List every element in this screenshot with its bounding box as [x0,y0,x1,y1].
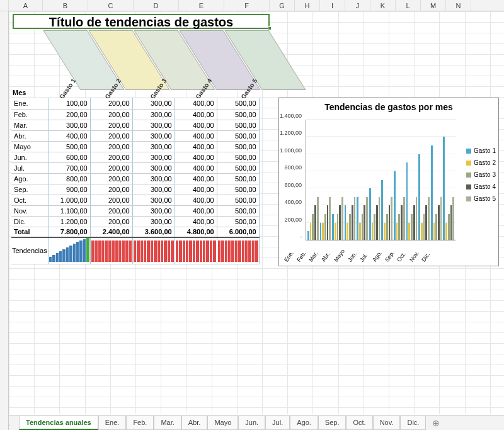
column-header-K[interactable]: K [370,0,396,11]
value-cell[interactable]: 400,00 [175,141,217,152]
month-cell[interactable]: Abr. [11,130,48,141]
value-cell[interactable]: 400,00 [175,120,217,130]
value-cell[interactable]: 200,00 [48,109,90,120]
column-header-E[interactable]: E [179,0,224,11]
value-cell[interactable]: 400,00 [175,184,217,195]
column-header-C[interactable]: C [88,0,134,11]
value-cell[interactable]: 300,00 [132,109,175,120]
value-cell[interactable]: 300,00 [132,216,175,227]
value-cell[interactable]: 800,00 [48,173,90,184]
value-cell[interactable]: 300,00 [132,195,175,205]
month-cell[interactable]: Feb. [11,109,48,120]
value-cell[interactable]: 200,00 [90,98,132,109]
table-row[interactable]: Ene.100,00200,00300,00400,00500,00 [11,98,259,109]
value-cell[interactable]: 200,00 [90,216,132,227]
value-cell[interactable]: 500,00 [217,205,259,216]
column-header-M[interactable]: M [421,0,446,11]
value-cell[interactable]: 500,00 [217,152,259,162]
value-cell[interactable]: 300,00 [132,130,175,141]
expense-data-table[interactable]: Ene.100,00200,00300,00400,00500,00Feb.20… [11,98,260,264]
table-row[interactable]: Ago.800,00200,00300,00400,00500,00 [11,173,259,184]
value-cell[interactable]: 500,00 [217,184,259,195]
column-header-B[interactable]: B [43,0,88,11]
column-header-F[interactable]: F [224,0,270,11]
value-cell[interactable]: 500,00 [217,141,259,152]
value-cell[interactable]: 200,00 [90,130,132,141]
value-cell[interactable]: 300,00 [132,162,175,173]
sheet-tab[interactable]: Mar. [154,416,181,430]
value-cell[interactable]: 200,00 [90,141,132,152]
value-cell[interactable]: 500,00 [217,109,259,120]
value-cell[interactable]: 300,00 [132,141,175,152]
sheet-tab[interactable]: Jul. [265,416,290,430]
table-row[interactable]: Dic.1.200,00200,00300,00400,00500,00 [11,216,259,227]
add-sheet-button[interactable]: ⊕ [426,417,446,429]
sheet-tab[interactable]: Ene. [98,416,127,430]
month-cell[interactable]: Jul. [11,162,48,173]
sheet-tab[interactable]: Abr. [181,416,208,430]
value-cell[interactable]: 300,00 [132,98,175,109]
value-cell[interactable]: 500,00 [217,98,259,109]
sheet-tab[interactable]: Nov. [373,416,401,430]
sheet-tab[interactable]: Ago. [290,416,318,430]
table-row[interactable]: Nov.1.100,00200,00300,00400,00500,00 [11,205,259,216]
column-header-I[interactable]: I [320,0,345,11]
value-cell[interactable]: 200,00 [90,162,132,173]
value-cell[interactable]: 1.200,00 [48,216,90,227]
table-row[interactable]: Jul.700,00200,00300,00400,00500,00 [11,162,259,173]
value-cell[interactable]: 300,00 [132,173,175,184]
value-cell[interactable]: 200,00 [90,173,132,184]
value-cell[interactable]: 400,00 [175,195,217,205]
month-cell[interactable]: Oct. [11,195,48,205]
table-row[interactable]: Mayo500,00200,00300,00400,00500,00 [11,141,259,152]
column-header-D[interactable]: D [134,0,179,11]
value-cell[interactable]: 300,00 [48,120,90,130]
value-cell[interactable]: 100,00 [48,98,90,109]
value-cell[interactable]: 200,00 [90,109,132,120]
month-cell[interactable]: Ago. [11,173,48,184]
value-cell[interactable]: 500,00 [48,141,90,152]
month-cell[interactable]: Ene. [11,98,48,109]
sheet-tab[interactable]: Oct. [346,416,372,430]
value-cell[interactable]: 900,00 [48,184,90,195]
value-cell[interactable]: 500,00 [217,173,259,184]
value-cell[interactable]: 1.100,00 [48,205,90,216]
table-row[interactable]: Abr.400,00200,00300,00400,00500,00 [11,130,259,141]
value-cell[interactable]: 400,00 [175,205,217,216]
month-cell[interactable]: Dic. [11,216,48,227]
selection-fill-handle[interactable] [268,26,272,30]
value-cell[interactable]: 400,00 [175,109,217,120]
value-cell[interactable]: 500,00 [217,216,259,227]
sheet-tab[interactable]: Feb. [126,416,154,430]
table-row[interactable]: Oct.1.000,00200,00300,00400,00500,00 [11,195,259,205]
sheet-tab[interactable]: Dic. [400,416,426,430]
value-cell[interactable]: 600,00 [48,152,90,162]
expense-trend-chart[interactable]: Tendencias de gastos por mes Ene.Feb.Mar… [278,98,499,266]
sheet-tab[interactable]: Mayo [207,416,238,430]
value-cell[interactable]: 300,00 [132,120,175,130]
value-cell[interactable]: 500,00 [217,195,259,205]
value-cell[interactable]: 400,00 [175,98,217,109]
month-cell[interactable]: Mar. [11,120,48,130]
sheet-tab[interactable]: Tendencias anuales [19,416,98,430]
table-row[interactable]: Sep.900,00200,00300,00400,00500,00 [11,184,259,195]
value-cell[interactable]: 400,00 [175,216,217,227]
column-header-J[interactable]: J [345,0,370,11]
value-cell[interactable]: 700,00 [48,162,90,173]
value-cell[interactable]: 400,00 [175,152,217,162]
value-cell[interactable]: 200,00 [90,184,132,195]
value-cell[interactable]: 1.000,00 [48,195,90,205]
month-cell[interactable]: Mayo [11,141,48,152]
column-header-G[interactable]: G [270,0,295,11]
column-header-A[interactable]: A [9,0,43,11]
table-row[interactable]: Jun.600,00200,00300,00400,00500,00 [11,152,259,162]
page-title-cell[interactable]: Título de tendencias de gastos [13,14,270,29]
column-header-L[interactable]: L [396,0,421,11]
value-cell[interactable]: 200,00 [90,120,132,130]
value-cell[interactable]: 500,00 [217,120,259,130]
value-cell[interactable]: 400,00 [48,130,90,141]
value-cell[interactable]: 400,00 [175,173,217,184]
value-cell[interactable]: 500,00 [217,130,259,141]
table-row[interactable]: Mar.300,00200,00300,00400,00500,00 [11,120,259,130]
month-cell[interactable]: Sep. [11,184,48,195]
